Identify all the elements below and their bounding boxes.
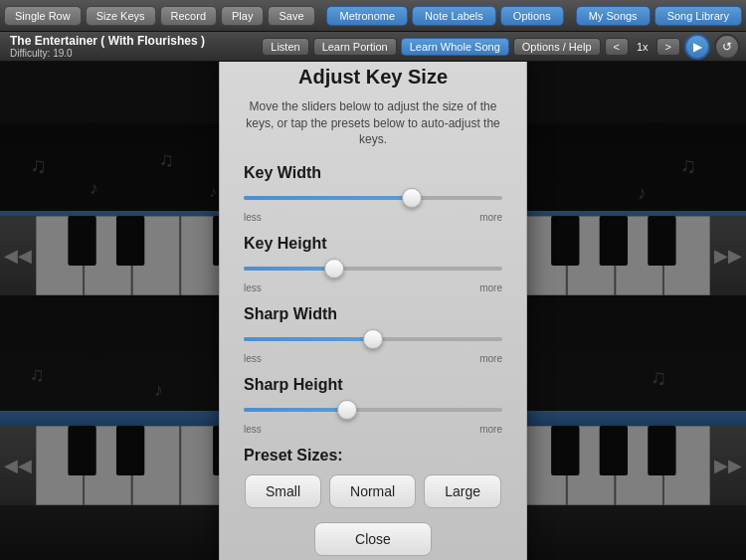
song-info: The Entertainer ( With Flourishes ) Diff… [6,34,258,59]
key-height-thumb[interactable] [324,259,344,279]
piano-area: ♫ ♪ ♫ ♪ ♫ ♪ ♫ ♪ ♫ ◀◀ [0,62,746,560]
close-button[interactable]: Close [314,522,432,556]
key-height-slider-container [244,257,502,280]
key-height-section: Key Height less more [244,235,502,293]
sharp-width-limits: less more [244,353,502,364]
small-preset-button[interactable]: Small [245,474,321,508]
second-toolbar: The Entertainer ( With Flourishes ) Diff… [0,32,746,62]
next-button[interactable]: > [656,38,680,56]
record-button[interactable]: Record [160,6,217,26]
key-width-slider-container [244,186,502,210]
sharp-height-less: less [244,424,262,435]
options-button[interactable]: Options [500,6,564,26]
close-btn-container: Close [244,522,502,556]
key-height-less: less [244,282,262,293]
sharp-height-fill [244,408,347,412]
song-library-button[interactable]: Song Library [654,6,742,26]
top-toolbar: Single Row Size Keys Record Play Save Me… [0,0,746,32]
modal-title: Adjust Key Size [244,66,502,89]
key-width-more: more [479,212,502,223]
key-height-label: Key Height [244,235,502,253]
options-help-button[interactable]: Options / Help [513,38,601,56]
my-songs-button[interactable]: My Songs [576,6,651,26]
sharp-width-thumb[interactable] [363,329,383,349]
sharp-height-limits: less more [244,424,502,435]
key-width-less: less [244,212,262,223]
play-circle-button[interactable]: ▶ [684,34,710,60]
key-height-fill [244,267,334,271]
sharp-height-track [244,408,502,412]
preset-sizes-label: Preset Sizes: [244,447,502,465]
sharp-height-thumb[interactable] [337,400,357,420]
note-labels-button[interactable]: Note Labels [412,6,496,26]
normal-preset-button[interactable]: Normal [329,474,416,508]
key-width-limits: less more [244,212,502,223]
sharp-height-label: Sharp Height [244,376,502,394]
play-button[interactable]: Play [221,6,264,26]
adjust-key-size-modal: Adjust Key Size Move the sliders below t… [219,62,527,560]
refresh-icon: ↺ [722,40,732,54]
refresh-circle-button[interactable]: ↺ [714,34,740,60]
metronome-button[interactable]: Metronome [326,6,408,26]
large-preset-button[interactable]: Large [424,474,501,508]
learn-portion-button[interactable]: Learn Portion [313,38,397,56]
sharp-width-less: less [244,353,262,364]
sharp-width-fill [244,337,373,341]
learn-whole-song-button[interactable]: Learn Whole Song [401,38,509,56]
key-width-section: Key Width less more [244,164,502,223]
modal-overlay: Adjust Key Size Move the sliders below t… [0,62,746,560]
key-height-track [244,267,502,271]
sharp-width-slider-container [244,327,502,351]
sharp-width-label: Sharp Width [244,305,502,323]
save-button[interactable]: Save [268,6,314,26]
preset-buttons-group: Small Normal Large [244,474,502,508]
sharp-width-more: more [479,353,502,364]
sharp-width-track [244,337,502,341]
tempo-display: 1x [633,41,653,53]
key-height-more: more [479,282,502,293]
key-width-track [244,196,502,200]
song-title: The Entertainer ( With Flourishes ) [10,34,258,48]
key-width-thumb[interactable] [402,188,422,208]
sharp-width-section: Sharp Width less more [244,305,502,364]
play-icon: ▶ [693,40,702,54]
listen-button[interactable]: Listen [262,38,308,56]
sharp-height-slider-container [244,398,502,422]
sharp-height-section: Sharp Height less more [244,376,502,435]
key-width-fill [244,196,412,200]
key-height-limits: less more [244,282,502,293]
single-row-button[interactable]: Single Row [4,6,82,26]
prev-button[interactable]: < [605,38,629,56]
modal-subtitle: Move the sliders below to adjust the siz… [244,98,502,148]
key-width-label: Key Width [244,164,502,182]
sharp-height-more: more [479,424,502,435]
size-keys-button[interactable]: Size Keys [86,6,156,26]
difficulty-label: Difficulty: 19.0 [10,48,258,59]
